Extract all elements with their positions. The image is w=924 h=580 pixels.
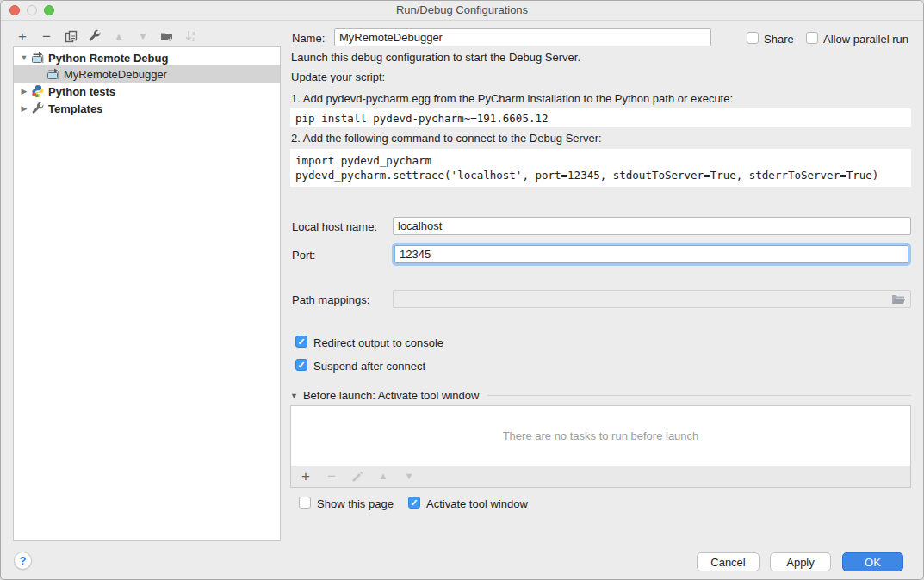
settrace-code-block[interactable]: import pydevd_pycharm pydevd_pycharm.set… [290,149,911,187]
arrow-down-icon: ▼ [405,472,414,481]
checkmark-icon: ✓ [296,360,307,370]
minus-icon: − [42,29,51,44]
folder-plus-icon [160,29,174,43]
local-host-name-input[interactable] [393,217,911,235]
arrow-up-icon: ▲ [115,32,124,41]
remove-configuration-button[interactable]: − [37,28,56,45]
port-input[interactable] [394,245,908,263]
window-title: Run/Debug Configurations [1,3,923,16]
tree-item-label: Python Remote Debug [48,52,168,65]
tree-item-label: MyRemoteDebugger [64,68,167,81]
edit-task-button[interactable] [348,468,367,485]
instruction-line-1: Launch this debug configuration to start… [291,51,580,64]
edit-defaults-button[interactable] [85,28,104,45]
wrench-icon [88,29,102,43]
move-down-button[interactable]: ▼ [133,28,152,45]
browse-path-mappings-button[interactable] [891,293,906,305]
empty-task-list-text: There are no tasks to run before launch [503,429,699,442]
chevron-collapsed-icon[interactable]: ▶ [19,104,29,113]
question-mark-icon: ? [20,554,27,567]
instruction-step-2: 2. Add the following command to connect … [291,132,602,145]
copy-configuration-button[interactable] [61,28,80,45]
folder-icon [891,293,906,305]
allow-parallel-run-label: Allow parallel run [823,33,908,46]
before-launch-header[interactable]: ▼ Before launch: Activate tool window [290,389,911,402]
chevron-expanded-icon[interactable]: ▼ [19,53,29,62]
redirect-output-label: Redirect output to console [313,336,443,349]
create-folder-button[interactable] [158,28,177,45]
activate-tool-window-label: Activate tool window [426,497,528,510]
remote-debug-icon [31,51,45,65]
python-tests-icon [31,84,45,98]
move-up-button[interactable]: ▲ [109,28,128,45]
tree-item-label: Python tests [48,85,115,98]
copy-icon [65,30,78,43]
move-task-down-button[interactable]: ▼ [400,468,419,485]
path-mappings-input[interactable] [393,290,911,308]
svg-text:a: a [192,30,195,36]
tree-item-myremotedebugger[interactable]: MyRemoteDebugger [14,65,280,83]
before-launch-task-list[interactable]: There are no tasks to run before launch [290,405,911,466]
pencil-icon [351,471,363,483]
suspend-after-connect-label: Suspend after connect [313,360,425,373]
collapse-triangle-icon[interactable]: ▼ [290,392,298,400]
path-mappings-label: Path mappings: [292,293,369,306]
share-checkbox[interactable] [747,32,759,44]
remote-debug-icon [47,67,60,81]
checkmark-icon: ✓ [296,336,307,347]
tree-item-python-remote-debug[interactable]: ▼ Python Remote Debug [14,49,280,66]
name-input[interactable] [334,28,711,46]
code-line-1: import pydevd_pycharm [295,154,431,167]
titlebar: Run/Debug Configurations [1,1,923,21]
plus-icon: + [301,469,310,484]
plus-icon: + [18,29,27,44]
add-configuration-button[interactable]: + [13,28,32,45]
instruction-line-2: Update your script: [291,71,385,83]
code-line-2: pydevd_pycharm.settrace('localhost', por… [295,169,878,182]
svg-text:z: z [192,36,195,42]
port-label: Port: [292,249,315,262]
tree-item-templates[interactable]: ▶ Templates [14,100,280,117]
local-host-name-label: Local host name: [292,220,377,233]
arrow-up-icon: ▲ [379,472,388,481]
instruction-step-1: 1. Add pydevd-pycharm.egg from the PyCha… [291,92,733,105]
sort-az-icon: a z [184,29,198,43]
configurations-toolbar: + − ▲ ▼ a z [13,27,201,46]
minus-icon: − [327,469,336,484]
apply-button[interactable]: Apply [770,552,831,571]
move-task-up-button[interactable]: ▲ [374,468,393,485]
run-debug-configurations-dialog: Run/Debug Configurations + − ▲ ▼ [0,0,924,580]
task-list-toolbar: + − ▲ ▼ [290,466,911,488]
checkmark-icon: ✓ [409,497,419,508]
share-label: Share [764,33,794,46]
redirect-output-checkbox[interactable]: ✓ [295,336,307,348]
chevron-collapsed-icon[interactable]: ▶ [19,87,29,96]
suspend-after-connect-checkbox[interactable]: ✓ [295,359,307,371]
ok-button[interactable]: OK [842,552,903,571]
remove-task-button[interactable]: − [322,468,341,485]
templates-wrench-icon [31,102,45,115]
help-button[interactable]: ? [14,552,32,570]
configurations-tree: ▼ Python Remote Debug MyRemoteDebugger [13,46,281,541]
before-launch-title: Before launch: Activate tool window [303,389,480,402]
name-label: Name: [292,32,325,45]
allow-parallel-run-checkbox[interactable] [806,32,818,44]
show-this-page-label: Show this page [317,497,394,510]
sort-configurations-button[interactable]: a z [182,28,201,45]
header-rule [487,395,911,396]
add-task-button[interactable]: + [296,468,315,485]
pip-install-command[interactable]: pip install pydevd-pycharm~=191.6605.12 [290,108,911,127]
show-this-page-checkbox[interactable] [299,497,311,509]
cancel-button[interactable]: Cancel [697,552,760,571]
arrow-down-icon: ▼ [139,32,148,41]
tree-item-label: Templates [48,102,102,115]
tree-item-python-tests[interactable]: ▶ Python tests [14,83,280,100]
activate-tool-window-checkbox[interactable]: ✓ [408,497,420,509]
